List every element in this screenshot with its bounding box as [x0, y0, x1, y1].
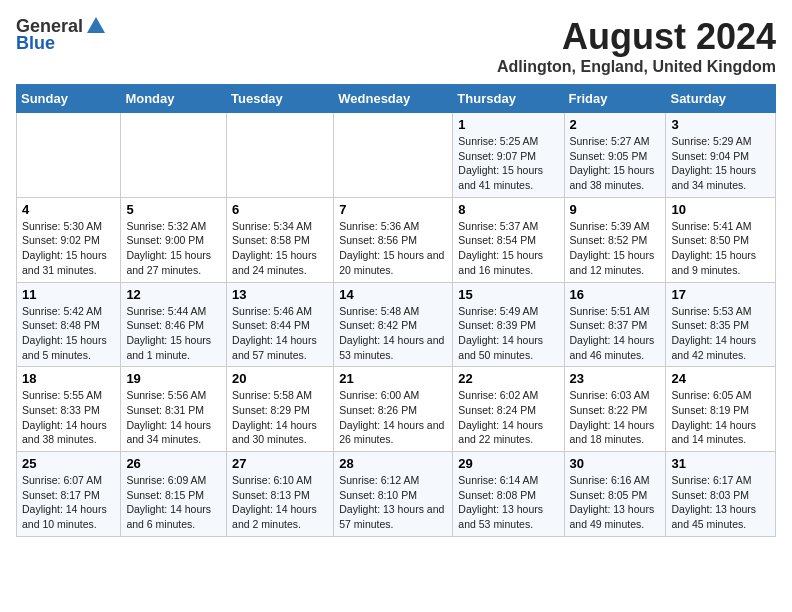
calendar-cell — [121, 113, 227, 198]
calendar-cell: 28Sunrise: 6:12 AM Sunset: 8:10 PM Dayli… — [334, 452, 453, 537]
day-info: Sunrise: 5:55 AM Sunset: 8:33 PM Dayligh… — [22, 388, 115, 447]
day-info: Sunrise: 5:36 AM Sunset: 8:56 PM Dayligh… — [339, 219, 447, 278]
day-info: Sunrise: 5:25 AM Sunset: 9:07 PM Dayligh… — [458, 134, 558, 193]
day-number: 10 — [671, 202, 770, 217]
logo-blue: Blue — [16, 33, 55, 54]
day-number: 24 — [671, 371, 770, 386]
day-info: Sunrise: 5:41 AM Sunset: 8:50 PM Dayligh… — [671, 219, 770, 278]
day-number: 29 — [458, 456, 558, 471]
day-info: Sunrise: 5:42 AM Sunset: 8:48 PM Dayligh… — [22, 304, 115, 363]
day-number: 31 — [671, 456, 770, 471]
day-info: Sunrise: 5:48 AM Sunset: 8:42 PM Dayligh… — [339, 304, 447, 363]
svg-marker-0 — [87, 17, 105, 33]
logo: General Blue — [16, 16, 107, 54]
day-number: 13 — [232, 287, 328, 302]
col-header-saturday: Saturday — [666, 85, 776, 113]
day-info: Sunrise: 5:37 AM Sunset: 8:54 PM Dayligh… — [458, 219, 558, 278]
calendar-cell: 8Sunrise: 5:37 AM Sunset: 8:54 PM Daylig… — [453, 197, 564, 282]
calendar-cell: 25Sunrise: 6:07 AM Sunset: 8:17 PM Dayli… — [17, 452, 121, 537]
calendar-cell: 22Sunrise: 6:02 AM Sunset: 8:24 PM Dayli… — [453, 367, 564, 452]
calendar-cell: 30Sunrise: 6:16 AM Sunset: 8:05 PM Dayli… — [564, 452, 666, 537]
day-number: 21 — [339, 371, 447, 386]
calendar-cell: 10Sunrise: 5:41 AM Sunset: 8:50 PM Dayli… — [666, 197, 776, 282]
day-number: 18 — [22, 371, 115, 386]
day-number: 9 — [570, 202, 661, 217]
day-number: 19 — [126, 371, 221, 386]
day-number: 17 — [671, 287, 770, 302]
day-number: 7 — [339, 202, 447, 217]
day-info: Sunrise: 5:53 AM Sunset: 8:35 PM Dayligh… — [671, 304, 770, 363]
day-number: 27 — [232, 456, 328, 471]
day-info: Sunrise: 5:39 AM Sunset: 8:52 PM Dayligh… — [570, 219, 661, 278]
calendar-cell: 21Sunrise: 6:00 AM Sunset: 8:26 PM Dayli… — [334, 367, 453, 452]
col-header-friday: Friday — [564, 85, 666, 113]
day-number: 25 — [22, 456, 115, 471]
day-number: 12 — [126, 287, 221, 302]
day-number: 3 — [671, 117, 770, 132]
col-header-monday: Monday — [121, 85, 227, 113]
day-number: 1 — [458, 117, 558, 132]
day-info: Sunrise: 6:07 AM Sunset: 8:17 PM Dayligh… — [22, 473, 115, 532]
col-header-thursday: Thursday — [453, 85, 564, 113]
day-number: 14 — [339, 287, 447, 302]
calendar-cell: 13Sunrise: 5:46 AM Sunset: 8:44 PM Dayli… — [227, 282, 334, 367]
logo-icon — [85, 15, 107, 37]
calendar-cell: 1Sunrise: 5:25 AM Sunset: 9:07 PM Daylig… — [453, 113, 564, 198]
day-number: 30 — [570, 456, 661, 471]
day-number: 20 — [232, 371, 328, 386]
day-number: 8 — [458, 202, 558, 217]
day-info: Sunrise: 6:10 AM Sunset: 8:13 PM Dayligh… — [232, 473, 328, 532]
calendar-cell: 12Sunrise: 5:44 AM Sunset: 8:46 PM Dayli… — [121, 282, 227, 367]
day-info: Sunrise: 5:58 AM Sunset: 8:29 PM Dayligh… — [232, 388, 328, 447]
calendar-cell: 6Sunrise: 5:34 AM Sunset: 8:58 PM Daylig… — [227, 197, 334, 282]
day-info: Sunrise: 6:17 AM Sunset: 8:03 PM Dayligh… — [671, 473, 770, 532]
calendar-cell: 27Sunrise: 6:10 AM Sunset: 8:13 PM Dayli… — [227, 452, 334, 537]
day-info: Sunrise: 5:46 AM Sunset: 8:44 PM Dayligh… — [232, 304, 328, 363]
subtitle: Adlington, England, United Kingdom — [497, 58, 776, 76]
calendar-cell: 17Sunrise: 5:53 AM Sunset: 8:35 PM Dayli… — [666, 282, 776, 367]
day-info: Sunrise: 6:12 AM Sunset: 8:10 PM Dayligh… — [339, 473, 447, 532]
day-number: 22 — [458, 371, 558, 386]
day-info: Sunrise: 5:49 AM Sunset: 8:39 PM Dayligh… — [458, 304, 558, 363]
day-info: Sunrise: 6:00 AM Sunset: 8:26 PM Dayligh… — [339, 388, 447, 447]
day-number: 2 — [570, 117, 661, 132]
day-info: Sunrise: 6:16 AM Sunset: 8:05 PM Dayligh… — [570, 473, 661, 532]
day-number: 5 — [126, 202, 221, 217]
day-info: Sunrise: 5:29 AM Sunset: 9:04 PM Dayligh… — [671, 134, 770, 193]
calendar-cell — [17, 113, 121, 198]
day-info: Sunrise: 5:32 AM Sunset: 9:00 PM Dayligh… — [126, 219, 221, 278]
day-info: Sunrise: 6:09 AM Sunset: 8:15 PM Dayligh… — [126, 473, 221, 532]
day-number: 16 — [570, 287, 661, 302]
col-header-wednesday: Wednesday — [334, 85, 453, 113]
day-info: Sunrise: 5:56 AM Sunset: 8:31 PM Dayligh… — [126, 388, 221, 447]
calendar-cell: 29Sunrise: 6:14 AM Sunset: 8:08 PM Dayli… — [453, 452, 564, 537]
col-header-sunday: Sunday — [17, 85, 121, 113]
day-number: 15 — [458, 287, 558, 302]
day-number: 23 — [570, 371, 661, 386]
calendar-cell: 5Sunrise: 5:32 AM Sunset: 9:00 PM Daylig… — [121, 197, 227, 282]
calendar-cell: 9Sunrise: 5:39 AM Sunset: 8:52 PM Daylig… — [564, 197, 666, 282]
day-info: Sunrise: 6:02 AM Sunset: 8:24 PM Dayligh… — [458, 388, 558, 447]
calendar-cell: 7Sunrise: 5:36 AM Sunset: 8:56 PM Daylig… — [334, 197, 453, 282]
col-header-tuesday: Tuesday — [227, 85, 334, 113]
calendar-cell: 11Sunrise: 5:42 AM Sunset: 8:48 PM Dayli… — [17, 282, 121, 367]
calendar-cell: 24Sunrise: 6:05 AM Sunset: 8:19 PM Dayli… — [666, 367, 776, 452]
calendar-cell: 2Sunrise: 5:27 AM Sunset: 9:05 PM Daylig… — [564, 113, 666, 198]
day-info: Sunrise: 5:44 AM Sunset: 8:46 PM Dayligh… — [126, 304, 221, 363]
calendar-cell: 3Sunrise: 5:29 AM Sunset: 9:04 PM Daylig… — [666, 113, 776, 198]
calendar-cell: 26Sunrise: 6:09 AM Sunset: 8:15 PM Dayli… — [121, 452, 227, 537]
calendar-cell: 18Sunrise: 5:55 AM Sunset: 8:33 PM Dayli… — [17, 367, 121, 452]
day-number: 6 — [232, 202, 328, 217]
calendar-cell — [334, 113, 453, 198]
calendar-cell — [227, 113, 334, 198]
day-number: 11 — [22, 287, 115, 302]
calendar-cell: 14Sunrise: 5:48 AM Sunset: 8:42 PM Dayli… — [334, 282, 453, 367]
day-info: Sunrise: 5:27 AM Sunset: 9:05 PM Dayligh… — [570, 134, 661, 193]
day-number: 26 — [126, 456, 221, 471]
calendar-cell: 15Sunrise: 5:49 AM Sunset: 8:39 PM Dayli… — [453, 282, 564, 367]
day-info: Sunrise: 6:03 AM Sunset: 8:22 PM Dayligh… — [570, 388, 661, 447]
day-info: Sunrise: 6:05 AM Sunset: 8:19 PM Dayligh… — [671, 388, 770, 447]
calendar-cell: 4Sunrise: 5:30 AM Sunset: 9:02 PM Daylig… — [17, 197, 121, 282]
page-header: General Blue August 2024 Adlington, Engl… — [16, 16, 776, 76]
title-block: August 2024 Adlington, England, United K… — [497, 16, 776, 76]
